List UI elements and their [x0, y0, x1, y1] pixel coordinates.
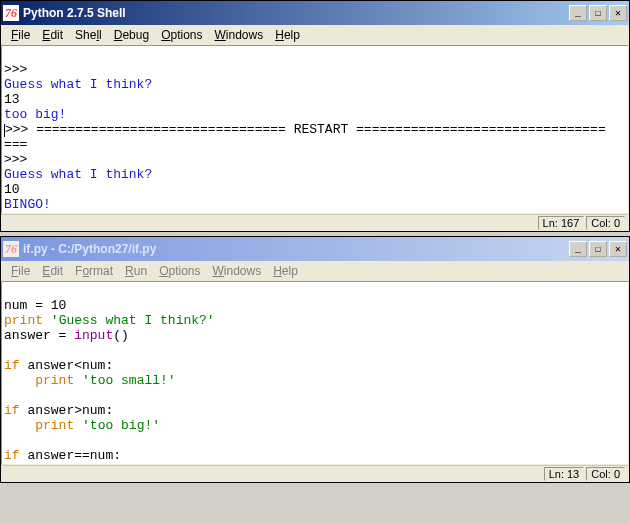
menu-options[interactable]: Options — [153, 263, 206, 279]
minimize-button[interactable]: _ — [569, 241, 587, 257]
menu-format[interactable]: Format — [69, 263, 119, 279]
code-line: num = 10 — [4, 298, 66, 313]
shell-prompt: >>> — [5, 122, 36, 137]
string-literal: 'too small!' — [82, 373, 176, 388]
shell-output: Guess what I think? — [4, 77, 152, 92]
shell-editor[interactable]: >>> Guess what I think? 13 too big! >>> … — [1, 45, 629, 214]
restart-divider-tail: === — [4, 137, 27, 152]
builtin: input — [74, 328, 113, 343]
shell-output: Guess what I think? — [4, 167, 152, 182]
shell-output: too big! — [4, 107, 66, 122]
menu-debug[interactable]: Debug — [108, 27, 155, 43]
code-text: answer = — [4, 328, 74, 343]
maximize-button[interactable]: ☐ — [589, 241, 607, 257]
close-button[interactable]: ✕ — [609, 5, 627, 21]
python-icon: 76 — [3, 241, 19, 257]
keyword: print — [35, 418, 74, 433]
shell-title-text: Python 2.7.5 Shell — [23, 6, 569, 20]
menu-file[interactable]: File — [5, 263, 36, 279]
shell-user-input: 13 — [4, 92, 20, 107]
close-button[interactable]: ✕ — [609, 241, 627, 257]
menu-edit[interactable]: Edit — [36, 27, 69, 43]
status-col: Col: 0 — [586, 467, 625, 481]
menu-options[interactable]: Options — [155, 27, 208, 43]
menu-shell[interactable]: Shell — [69, 27, 108, 43]
menu-help[interactable]: Help — [267, 263, 304, 279]
menu-file[interactable]: File — [5, 27, 36, 43]
editor-statusbar: Ln: 13 Col: 0 — [1, 465, 629, 482]
keyword: if — [4, 358, 20, 373]
maximize-button[interactable]: ☐ — [589, 5, 607, 21]
shell-statusbar: Ln: 167 Col: 0 — [1, 214, 629, 231]
string-literal: 'too big!' — [82, 418, 160, 433]
keyword: print — [4, 313, 43, 328]
editor-titlebar[interactable]: 76 if.py - C:/Python27/if.py _ ☐ ✕ — [1, 237, 629, 261]
menu-windows[interactable]: Windows — [207, 263, 268, 279]
menu-help[interactable]: Help — [269, 27, 306, 43]
source-editor[interactable]: num = 10 print 'Guess what I think?' ans… — [1, 281, 629, 465]
shell-user-input: 10 — [4, 182, 20, 197]
keyword: if — [4, 448, 20, 463]
menu-run[interactable]: Run — [119, 263, 153, 279]
string-literal: 'Guess what I think?' — [51, 313, 215, 328]
python-icon: 76 — [3, 5, 19, 21]
status-col: Col: 0 — [586, 216, 625, 230]
shell-titlebar[interactable]: 76 Python 2.7.5 Shell _ ☐ ✕ — [1, 1, 629, 25]
menu-edit[interactable]: Edit — [36, 263, 69, 279]
status-line: Ln: 13 — [544, 467, 585, 481]
editor-menubar: File Edit Format Run Options Windows Hel… — [1, 261, 629, 281]
keyword: if — [4, 403, 20, 418]
shell-prompt: >>> — [4, 152, 35, 167]
shell-prompt: >>> — [4, 62, 35, 77]
restart-divider: ================================ RESTART… — [36, 122, 606, 137]
shell-menubar: File Edit Shell Debug Options Windows He… — [1, 25, 629, 45]
menu-windows[interactable]: Windows — [209, 27, 270, 43]
editor-title-text: if.py - C:/Python27/if.py — [23, 242, 569, 256]
editor-window: 76 if.py - C:/Python27/if.py _ ☐ ✕ File … — [0, 236, 630, 483]
minimize-button[interactable]: _ — [569, 5, 587, 21]
status-line: Ln: 167 — [538, 216, 585, 230]
shell-window: 76 Python 2.7.5 Shell _ ☐ ✕ File Edit Sh… — [0, 0, 630, 232]
shell-output: BINGO! — [4, 197, 51, 212]
keyword: print — [35, 373, 74, 388]
